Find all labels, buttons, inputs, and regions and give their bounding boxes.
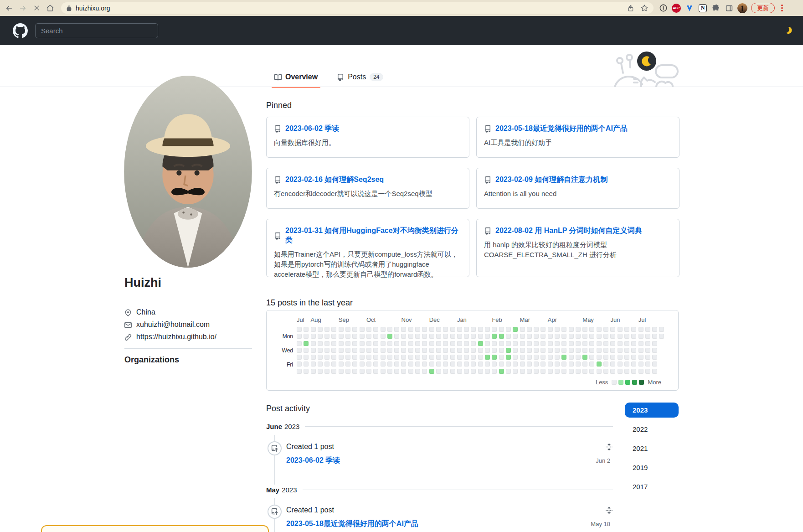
contribution-cell[interactable]: [450, 348, 455, 353]
contribution-cell[interactable]: [401, 355, 406, 360]
contribution-cell[interactable]: [457, 355, 462, 360]
contribution-cell[interactable]: [520, 334, 525, 339]
contribution-cell[interactable]: [631, 327, 636, 332]
address-bar[interactable]: huizhixu.org: [61, 2, 654, 14]
contribution-cell[interactable]: [422, 369, 427, 374]
contribution-cell[interactable]: [499, 334, 504, 339]
contribution-cell[interactable]: [457, 369, 462, 374]
contribution-cell[interactable]: [652, 362, 657, 367]
contribution-cell[interactable]: [569, 334, 574, 339]
contribution-cell[interactable]: [540, 327, 546, 332]
contribution-cell[interactable]: [422, 327, 427, 332]
contribution-cell[interactable]: [324, 348, 329, 353]
contribution-cell[interactable]: [373, 369, 378, 374]
contribution-cell[interactable]: [464, 348, 469, 353]
contribution-cell[interactable]: [569, 355, 574, 360]
contribution-cell[interactable]: [618, 348, 623, 353]
contribution-cell[interactable]: [304, 355, 309, 360]
contribution-cell[interactable]: [569, 369, 574, 374]
contribution-cell[interactable]: [450, 341, 455, 346]
contribution-cell[interactable]: [652, 355, 657, 360]
contribution-cell[interactable]: [659, 327, 664, 332]
contribution-cell[interactable]: [534, 327, 539, 332]
entry-post-link[interactable]: 2023-06-02 季读: [286, 456, 340, 465]
contribution-cell[interactable]: [561, 362, 566, 367]
contribution-cell[interactable]: [576, 369, 581, 374]
contribution-cell[interactable]: [540, 355, 546, 360]
contribution-cell[interactable]: [297, 369, 302, 374]
contribution-cell[interactable]: [297, 334, 302, 339]
contribution-cell[interactable]: [318, 334, 323, 339]
contribution-cell[interactable]: [387, 334, 392, 339]
contribution-cell[interactable]: [645, 355, 650, 360]
contribution-cell[interactable]: [652, 369, 657, 374]
notion-extension-icon[interactable]: N: [698, 3, 708, 13]
contribution-cell[interactable]: [394, 362, 399, 367]
github-logo[interactable]: [13, 23, 28, 38]
contribution-cell[interactable]: [589, 362, 594, 367]
contribution-cell[interactable]: [366, 362, 371, 367]
contribution-cell[interactable]: [492, 327, 497, 332]
contribution-cell[interactable]: [373, 334, 378, 339]
contribution-cell[interactable]: [582, 341, 587, 346]
contribution-cell[interactable]: [548, 334, 553, 339]
contribution-cell[interactable]: [360, 355, 365, 360]
contribution-cell[interactable]: [297, 341, 302, 346]
contribution-cell[interactable]: [352, 369, 357, 374]
contribution-cell[interactable]: [618, 327, 623, 332]
contribution-cell[interactable]: [394, 355, 399, 360]
contribution-cell[interactable]: [429, 334, 434, 339]
contribution-cell[interactable]: [360, 369, 365, 374]
browser-menu-icon[interactable]: [778, 5, 786, 12]
contribution-cell[interactable]: [555, 334, 560, 339]
contribution-cell[interactable]: [345, 355, 350, 360]
contribution-cell[interactable]: [297, 348, 302, 353]
contribution-cell[interactable]: [520, 327, 525, 332]
contribution-cell[interactable]: [318, 327, 323, 332]
contribution-cell[interactable]: [387, 369, 392, 374]
pinned-card-title[interactable]: 2023-05-18最近觉得很好用的两个AI产品: [495, 124, 628, 134]
contribution-cell[interactable]: [366, 334, 371, 339]
contribution-cell[interactable]: [527, 327, 532, 332]
year-filter-item[interactable]: 2017: [625, 479, 679, 494]
contribution-cell[interactable]: [408, 355, 413, 360]
contribution-cell[interactable]: [506, 327, 511, 332]
contribution-cell[interactable]: [394, 341, 399, 346]
contribution-cell[interactable]: [624, 348, 629, 353]
contribution-cell[interactable]: [597, 369, 602, 374]
forward-button[interactable]: [17, 3, 28, 14]
contribution-cell[interactable]: [610, 369, 615, 374]
contribution-cell[interactable]: [506, 341, 511, 346]
contribution-cell[interactable]: [638, 348, 643, 353]
contribution-cell[interactable]: [471, 334, 476, 339]
contribution-cell[interactable]: [415, 348, 420, 353]
contribution-cell[interactable]: [360, 334, 365, 339]
contribution-cell[interactable]: [366, 341, 371, 346]
contribution-cell[interactable]: [345, 348, 350, 353]
contribution-cell[interactable]: [513, 327, 518, 332]
contribution-cell[interactable]: [381, 348, 386, 353]
contribution-cell[interactable]: [311, 369, 316, 374]
contribution-cell[interactable]: [408, 341, 413, 346]
pinned-card-title[interactable]: 2023-06-02 季读: [285, 124, 339, 134]
year-filter-item[interactable]: 2023: [625, 403, 679, 418]
contribution-cell[interactable]: [352, 341, 357, 346]
contribution-cell[interactable]: [318, 355, 323, 360]
contribution-cell[interactable]: [443, 362, 448, 367]
contribution-cell[interactable]: [589, 327, 594, 332]
contribution-cell[interactable]: [422, 334, 427, 339]
contribution-cell[interactable]: [520, 348, 525, 353]
contribution-cell[interactable]: [652, 348, 657, 353]
contribution-cell[interactable]: [457, 327, 462, 332]
contribution-cell[interactable]: [436, 334, 441, 339]
back-button[interactable]: [4, 3, 15, 14]
contribution-cell[interactable]: [366, 355, 371, 360]
contribution-cell[interactable]: [415, 355, 420, 360]
contribution-cell[interactable]: [561, 369, 566, 374]
contribution-cell[interactable]: [603, 362, 608, 367]
contribution-cell[interactable]: [408, 369, 413, 374]
contribution-cell[interactable]: [603, 341, 608, 346]
contribution-cell[interactable]: [520, 355, 525, 360]
contribution-cell[interactable]: [352, 355, 357, 360]
contribution-cell[interactable]: [520, 362, 525, 367]
